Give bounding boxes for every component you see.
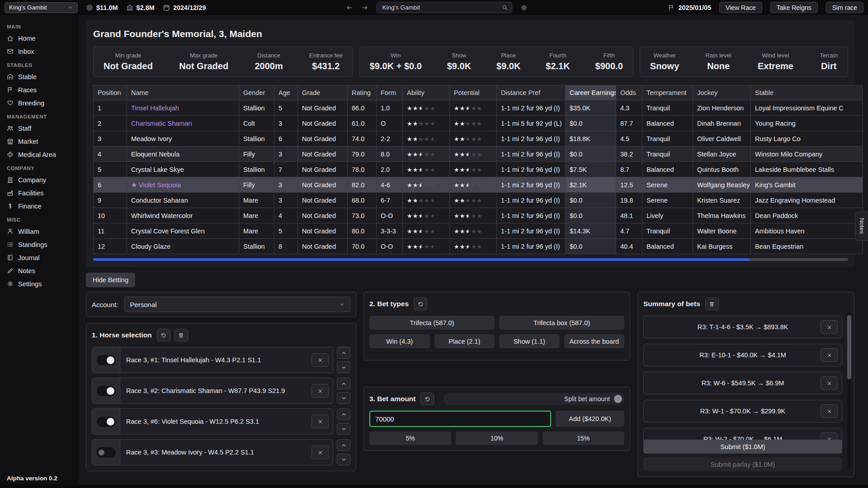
column-header-grade[interactable]: Grade xyxy=(298,85,348,100)
table-row[interactable]: 9Conductor SaharanMare3Not Graded68.06-7… xyxy=(94,193,863,208)
column-header-form[interactable]: Form xyxy=(377,85,403,100)
column-header-stable[interactable]: Stable xyxy=(751,85,863,100)
sidebar-item-inbox[interactable]: Inbox xyxy=(0,45,79,58)
bet-type-button-trifecta-587-0-[interactable]: Trifecta (587.0) xyxy=(369,316,495,330)
sidebar-item-stable[interactable]: Stable xyxy=(0,70,79,83)
sidebar-item-market[interactable]: Market xyxy=(0,135,79,148)
bet-type-button-show-1-1-[interactable]: Show (1.1) xyxy=(499,334,560,348)
summary-clear-button[interactable] xyxy=(705,298,719,310)
search-input[interactable] xyxy=(381,4,498,11)
sidebar-item-medical-area[interactable]: Medical Area xyxy=(0,148,79,161)
sidebar-item-journal[interactable]: Journal xyxy=(0,251,79,264)
submit-parlay-button[interactable]: Submit parlay ($1.0M) xyxy=(643,457,842,471)
table-row[interactable]: 10Whirlwind WatercolorMare4Not Graded73.… xyxy=(94,208,863,223)
sidebar-item-company[interactable]: Company xyxy=(0,173,79,186)
notes-side-tab[interactable]: Notes xyxy=(855,212,868,241)
column-header-distance-pref[interactable]: Distance Pref xyxy=(497,85,566,100)
horse-name[interactable]: Charismatic Shaman xyxy=(131,120,192,127)
column-header-gender[interactable]: Gender xyxy=(239,85,274,100)
column-header-ability[interactable]: Ability xyxy=(403,85,450,100)
bet-type-button-across-the-board[interactable]: Across the board xyxy=(564,334,625,348)
move-down-button[interactable] xyxy=(337,454,350,465)
column-header-name[interactable]: Name xyxy=(127,85,239,100)
cell-rating: 79.0 xyxy=(348,147,377,162)
move-down-button[interactable] xyxy=(337,361,350,373)
column-header-temperament[interactable]: Temperament xyxy=(642,85,693,100)
percent-button-5-[interactable]: 5% xyxy=(369,431,451,445)
sidebar-item-finance[interactable]: Finance xyxy=(0,199,79,213)
sidebar-item-settings[interactable]: Settings xyxy=(0,277,79,290)
move-up-button[interactable] xyxy=(337,439,350,451)
table-row[interactable]: 12Cloudy GlazeStallion8Not Graded70.0O-O… xyxy=(94,239,863,254)
hide-betting-button[interactable]: Hide Betting xyxy=(86,273,135,287)
sim-race-button[interactable]: Sim race xyxy=(826,2,863,13)
table-horizontal-scrollbar[interactable] xyxy=(93,258,848,261)
column-header-potential[interactable]: Potential xyxy=(450,85,497,100)
bet-type-button-trifecta-box-587-0-[interactable]: Trifecta box (587.0) xyxy=(499,316,624,330)
account-select[interactable]: Personal xyxy=(124,297,350,312)
column-header-odds[interactable]: Odds xyxy=(616,85,642,100)
column-header-position[interactable]: Position xyxy=(94,85,127,100)
horse-name[interactable]: ★ Violet Sequoia xyxy=(131,181,181,189)
sidebar-item-william[interactable]: William xyxy=(0,225,79,238)
summary-scrollbar-thumb[interactable] xyxy=(847,315,851,379)
column-header-career-earnings[interactable]: Career Earnings xyxy=(566,85,616,100)
add-bet-button[interactable]: Add ($420.0K) xyxy=(556,411,624,427)
table-row[interactable]: 1Tinsel HallelujahStallion5Not Graded86.… xyxy=(94,100,863,116)
move-down-button[interactable] xyxy=(337,392,350,404)
percent-button-15-[interactable]: 15% xyxy=(542,431,624,445)
summary-scrollbar[interactable] xyxy=(847,312,851,471)
table-row[interactable]: 4Eloquent NebulaFilly3Not Graded79.08.0★… xyxy=(94,147,863,162)
horse-toggle[interactable] xyxy=(97,417,116,427)
bet-amount-input[interactable] xyxy=(369,411,551,427)
horse-name[interactable]: Tinsel Hallelujah xyxy=(131,104,179,112)
sidebar-item-breeding[interactable]: Breeding xyxy=(0,96,79,109)
scrollbar-thumb[interactable] xyxy=(93,258,750,261)
remove-bet-button[interactable] xyxy=(821,320,838,334)
horse-toggle[interactable] xyxy=(97,355,116,365)
horse-selection-reset-button[interactable] xyxy=(157,329,170,341)
table-row[interactable]: 11Crystal Cove Forest GlenMare5Not Grade… xyxy=(94,223,863,239)
view-race-button[interactable]: View Race xyxy=(719,2,762,13)
horse-toggle[interactable] xyxy=(97,386,116,396)
remove-bet-button[interactable] xyxy=(821,376,838,390)
bet-type-button-place-2-1-[interactable]: Place (2.1) xyxy=(434,334,495,348)
table-row[interactable]: 6★ Violet SequoiaFilly3Not Graded82.04-6… xyxy=(94,177,863,193)
table-row[interactable]: 2Charismatic ShamanColt3Not Graded61.0O★… xyxy=(94,116,863,131)
bet-types-reset-button[interactable] xyxy=(414,298,427,310)
sidebar-item-standings[interactable]: Standings xyxy=(0,238,79,251)
back-arrow-icon[interactable] xyxy=(346,4,353,11)
split-bet-toggle[interactable]: Split bet amount xyxy=(443,393,624,405)
sidebar-item-facilities[interactable]: Facilities xyxy=(0,186,79,199)
sidebar-item-staff[interactable]: Staff xyxy=(0,122,79,135)
submit-bets-button[interactable]: Submit ($1.0M) xyxy=(643,440,842,454)
forward-arrow-icon[interactable] xyxy=(361,4,368,11)
remove-horse-button[interactable] xyxy=(311,445,329,459)
remove-horse-button[interactable] xyxy=(311,384,329,398)
percent-button-10-[interactable]: 10% xyxy=(456,431,538,445)
remove-bet-button[interactable] xyxy=(821,348,838,362)
topbar-gear-icon[interactable] xyxy=(520,4,528,11)
column-header-jockey[interactable]: Jockey xyxy=(693,85,751,100)
move-up-button[interactable] xyxy=(337,408,350,420)
column-header-age[interactable]: Age xyxy=(274,85,298,100)
move-down-button[interactable] xyxy=(337,423,350,435)
remove-horse-button[interactable] xyxy=(311,415,329,428)
take-reigns-button[interactable]: Take Reigns xyxy=(770,2,818,13)
table-row[interactable]: 5Crystal Lake SkyeStallion7Not Graded78.… xyxy=(94,162,863,177)
stable-selector[interactable]: King's Gambit xyxy=(5,2,78,13)
column-header-rating[interactable]: Rating xyxy=(348,85,377,100)
remove-bet-button[interactable] xyxy=(821,404,838,418)
move-up-button[interactable] xyxy=(337,378,350,389)
bet-amount-reset-button[interactable] xyxy=(420,393,434,405)
table-row[interactable]: 3Meadow IvoryStallion6Not Graded74.02-2★… xyxy=(94,131,863,147)
move-up-button[interactable] xyxy=(337,347,350,359)
bottom-scrollbar[interactable] xyxy=(0,485,868,488)
horse-selection-clear-button[interactable] xyxy=(175,329,188,341)
remove-horse-button[interactable] xyxy=(311,353,329,367)
sidebar-item-notes[interactable]: Notes xyxy=(0,264,79,277)
sidebar-item-home[interactable]: Home xyxy=(0,32,79,45)
horse-toggle[interactable] xyxy=(97,447,116,458)
bet-type-button-win-4-3-[interactable]: Win (4.3) xyxy=(369,334,430,348)
sidebar-item-races[interactable]: Races xyxy=(0,83,79,96)
